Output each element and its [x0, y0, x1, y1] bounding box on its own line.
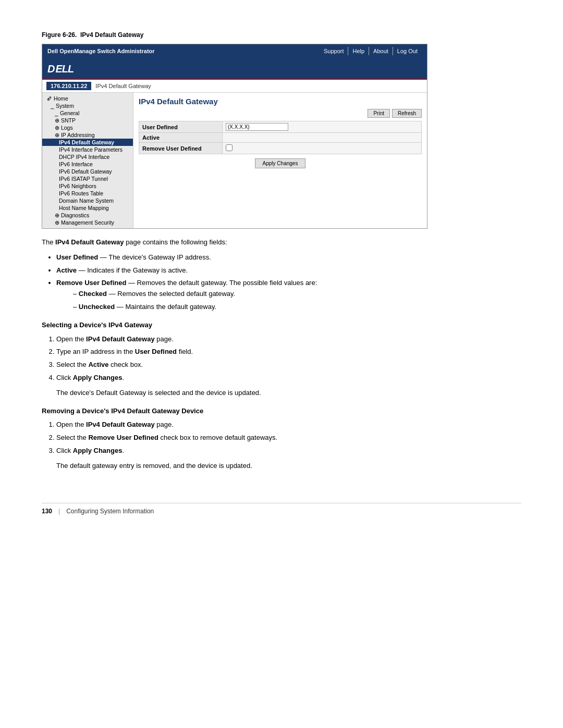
step-select-4: Click Apply Changes. [56, 373, 521, 384]
section-selecting-steps: Open the IPv4 Default Gateway page. Type… [56, 334, 521, 384]
sidebar: 🗞 Home ⎯ System ⎯ General ⊕ SNTP ⊕ Logs … [42, 93, 133, 228]
sidebar-item-ipv6-neighbors[interactable]: IPv6 Neighbors [42, 182, 133, 190]
sidebar-item-ipv6-isatap[interactable]: IPv6 ISATAP Tunnel [42, 175, 133, 182]
sidebar-item-dhcp-ipv4[interactable]: DHCP IPv4 Interface [42, 153, 133, 161]
breadcrumb-bar: 176.210.11.22 IPv4 Default Gateway [42, 80, 427, 93]
step-remove-1: Open the IPv4 Default Gateway page. [56, 419, 521, 430]
sidebar-item-ip-addressing[interactable]: ⊕ IP Addressing [42, 131, 133, 139]
print-button[interactable]: Print [368, 109, 390, 118]
doc-text: The IPv4 Default Gateway page contains t… [42, 237, 521, 472]
checkbox-remove-user-defined[interactable] [226, 144, 232, 151]
step-select-3: Select the Active check box. [56, 360, 521, 371]
doc-sub-checked: Checked — Removes the selected default g… [73, 289, 521, 300]
label-active: Active [139, 133, 223, 143]
section-heading-selecting: Selecting a Device's IPv4 Gateway [42, 320, 521, 331]
sidebar-item-sntp[interactable]: ⊕ SNTP [42, 117, 133, 124]
nav-help[interactable]: Help [348, 47, 369, 55]
form-table: User Defined Active Remove User Defined [139, 121, 422, 154]
value-active [223, 133, 422, 143]
apply-row: Apply Changes [139, 158, 422, 168]
step-remove-2: Select the Remove User Defined check box… [56, 433, 521, 443]
label-remove-user-defined: Remove User Defined [139, 143, 223, 154]
page-title: IPv4 Default Gateway [139, 97, 422, 106]
doc-field-active: Active — Indicates if the Gateway is act… [56, 265, 521, 276]
value-remove-user-defined[interactable] [223, 143, 422, 154]
apply-changes-button[interactable]: Apply Changes [255, 158, 306, 168]
dell-ui-screenshot: Dell OpenManage Switch Administrator Sup… [42, 44, 427, 229]
sidebar-item-dns[interactable]: Domain Name System [42, 197, 133, 204]
dell-header-title: Dell OpenManage Switch Administrator [47, 48, 155, 54]
sidebar-item-ipv4-interface-params[interactable]: IPv4 Interface Parameters [42, 146, 133, 153]
doc-intro: The IPv4 Default Gateway page contains t… [42, 237, 521, 248]
figure-label: Figure 6-26. IPv4 Default Gateway [42, 31, 521, 39]
sidebar-item-system[interactable]: ⎯ System [42, 102, 133, 109]
doc-field-user-defined: User Defined — The device's Gateway IP a… [56, 252, 521, 263]
value-user-defined[interactable] [223, 121, 422, 133]
footer-text: Configuring System Information [66, 508, 154, 515]
label-user-defined: User Defined [139, 121, 223, 133]
action-buttons: Print Refresh [139, 109, 422, 118]
sidebar-item-ipv6-default-gateway[interactable]: IPv6 Default Gateway [42, 168, 133, 175]
sidebar-item-ipv6-routes[interactable]: IPv6 Routes Table [42, 190, 133, 197]
doc-sub-list: Checked — Removes the selected default g… [73, 289, 521, 313]
doc-sub-unchecked: Unchecked — Maintains the default gatewa… [73, 302, 521, 313]
dell-header-nav: Support Help About Log Out [320, 47, 422, 55]
sidebar-item-logs[interactable]: ⊕ Logs [42, 124, 133, 131]
section-removing-note: The default gateway entry is removed, an… [56, 461, 521, 472]
section-removing-steps: Open the IPv4 Default Gateway page. Sele… [56, 419, 521, 456]
nav-about[interactable]: About [369, 47, 393, 55]
sidebar-item-mgmt-security[interactable]: ⊕ Management Security [42, 219, 133, 226]
section-selecting-note: The device's Default Gateway is selected… [56, 388, 521, 399]
dell-header: Dell OpenManage Switch Administrator Sup… [42, 44, 427, 58]
doc-fields-list: User Defined — The device's Gateway IP a… [56, 252, 521, 313]
dell-content: 🗞 Home ⎯ System ⎯ General ⊕ SNTP ⊕ Logs … [42, 93, 427, 228]
table-row-user-defined: User Defined [139, 121, 422, 133]
page-footer: 130 | Configuring System Information [42, 503, 521, 515]
table-row-active: Active [139, 133, 422, 143]
footer-divider: | [58, 508, 60, 515]
step-remove-3: Click Apply Changes. [56, 446, 521, 456]
sidebar-item-diagnostics[interactable]: ⊕ Diagnostics [42, 212, 133, 219]
page-number: 130 [42, 508, 52, 515]
step-select-2: Type an IP address in the User Defined f… [56, 347, 521, 357]
input-user-defined[interactable] [226, 123, 288, 131]
section-heading-removing: Removing a Device's IPv4 Default Gateway… [42, 406, 521, 417]
sidebar-item-ipv4-default-gateway[interactable]: IPv4 Default Gateway [42, 139, 133, 146]
dell-logo-bar: DELL [42, 58, 427, 80]
table-row-remove-user-defined: Remove User Defined [139, 143, 422, 154]
sidebar-item-host-name[interactable]: Host Name Mapping [42, 204, 133, 212]
breadcrumb-ip: 176.210.11.22 [46, 82, 91, 90]
doc-field-remove-user-defined: Remove User Defined — Removes the defaul… [56, 278, 521, 312]
sidebar-item-general[interactable]: ⎯ General [42, 109, 133, 117]
dell-logo: DELL [47, 62, 422, 76]
nav-logout[interactable]: Log Out [393, 47, 422, 55]
refresh-button[interactable]: Refresh [392, 109, 422, 118]
sidebar-item-home[interactable]: 🗞 Home [42, 95, 133, 102]
breadcrumb-page: IPv4 Default Gateway [91, 82, 155, 90]
main-content: IPv4 Default Gateway Print Refresh User … [133, 93, 427, 228]
step-select-1: Open the IPv4 Default Gateway page. [56, 334, 521, 345]
nav-support[interactable]: Support [320, 47, 348, 55]
sidebar-item-ipv6-interface[interactable]: IPv6 Interface [42, 161, 133, 168]
